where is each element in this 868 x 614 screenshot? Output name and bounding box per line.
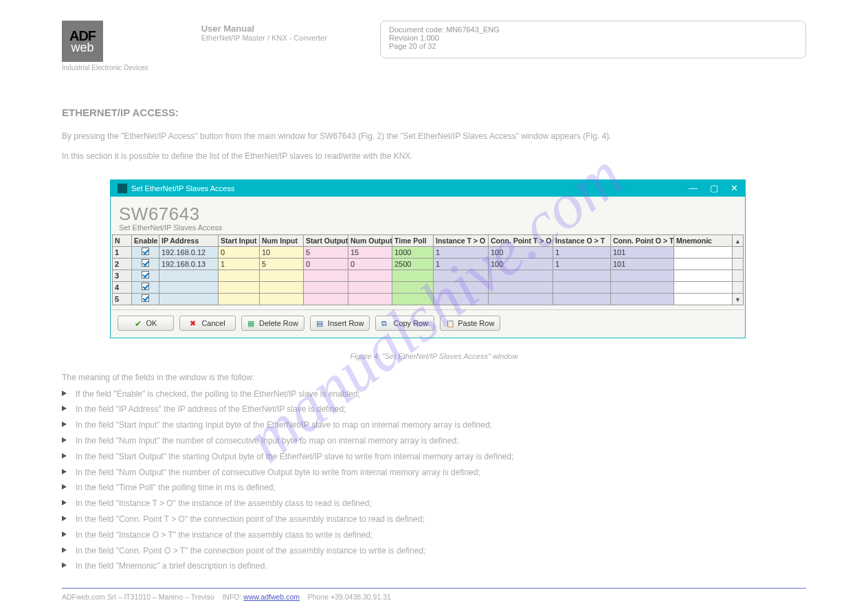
- cell-start-output[interactable]: [304, 293, 348, 305]
- scrollbar-up[interactable]: ▲: [733, 234, 744, 246]
- col-time-poll: Time Poll: [392, 234, 434, 246]
- cell-num-output[interactable]: 0: [348, 258, 392, 270]
- cell-enable[interactable]: [132, 246, 159, 258]
- cell-ip[interactable]: [159, 281, 219, 293]
- paste-row-button[interactable]: Paste Row: [440, 316, 500, 331]
- copy-row-button[interactable]: Copy Row: [375, 316, 434, 331]
- cell-time-poll[interactable]: [392, 281, 434, 293]
- table-row[interactable]: 4: [113, 281, 744, 293]
- paragraph-2: In this section it is possible to define…: [62, 151, 806, 162]
- maximize-button[interactable]: ▢: [710, 183, 718, 193]
- cell-conn-point-ot[interactable]: [611, 293, 674, 305]
- list-item: In the field "Instance O > T" the instan…: [62, 527, 806, 543]
- cell-conn-point-ot[interactable]: 101: [611, 258, 674, 270]
- dialog-window: Set EtherNet/IP Slaves Access — ▢ ✕ SW67…: [110, 179, 746, 338]
- cell-conn-point-to[interactable]: [489, 293, 553, 305]
- cell-instance-ot[interactable]: 1: [553, 246, 611, 258]
- cell-enable[interactable]: [132, 258, 159, 270]
- scrollbar-track[interactable]: [733, 281, 744, 293]
- cell-num-output[interactable]: [348, 281, 392, 293]
- cell-num-input[interactable]: [260, 270, 304, 281]
- cell-instance-ot[interactable]: 1: [553, 258, 611, 270]
- cell-instance-to[interactable]: [434, 281, 489, 293]
- ok-button[interactable]: OK: [118, 316, 174, 331]
- cell-num-output[interactable]: 15: [348, 246, 392, 258]
- cell-conn-point-to[interactable]: 100: [489, 258, 553, 270]
- table-row[interactable]: 2192.168.0.131500250011001101: [113, 258, 744, 270]
- cell-start-input[interactable]: 1: [219, 258, 260, 270]
- cell-start-output[interactable]: [304, 270, 348, 281]
- cell-time-poll[interactable]: [392, 293, 434, 305]
- cell-num-output[interactable]: [348, 270, 392, 281]
- close-button[interactable]: ✕: [731, 183, 738, 193]
- cell-instance-to[interactable]: [434, 270, 489, 281]
- cell-num-input[interactable]: [260, 281, 304, 293]
- cell-ip[interactable]: [159, 293, 219, 305]
- checkbox-checked-icon[interactable]: [142, 271, 149, 278]
- insert-row-button[interactable]: Insert Row: [310, 316, 370, 331]
- table-row[interactable]: 1192.168.0.12010515100011001101: [113, 246, 744, 258]
- cell-conn-point-to[interactable]: [489, 270, 553, 281]
- cell-conn-point-to[interactable]: 100: [489, 246, 553, 258]
- cell-start-input[interactable]: 0: [219, 246, 260, 258]
- meaning-intro: The meaning of the fields in the window …: [62, 373, 806, 382]
- cell-conn-point-ot[interactable]: [611, 281, 674, 293]
- cell-instance-ot[interactable]: [553, 270, 611, 281]
- cell-ip[interactable]: 192.168.0.12: [159, 246, 219, 258]
- cell-conn-point-ot[interactable]: 101: [611, 246, 674, 258]
- cell-time-poll[interactable]: 1000: [392, 246, 434, 258]
- cell-start-output[interactable]: 0: [304, 258, 348, 270]
- titlebar: Set EtherNet/IP Slaves Access — ▢ ✕: [111, 180, 745, 197]
- cell-num-input[interactable]: 5: [260, 258, 304, 270]
- cell-time-poll[interactable]: [392, 270, 434, 281]
- cell-start-input[interactable]: [219, 281, 260, 293]
- cell-conn-point-ot[interactable]: [611, 270, 674, 281]
- cell-enable[interactable]: [132, 293, 159, 305]
- list-item: In the field "Num Input" the number of c…: [62, 433, 806, 449]
- cell-mnemonic[interactable]: [674, 258, 733, 270]
- checkbox-checked-icon[interactable]: [142, 259, 149, 267]
- scrollbar-down[interactable]: ▼: [733, 293, 744, 305]
- checkbox-checked-icon[interactable]: [142, 248, 149, 255]
- cell-mnemonic[interactable]: [674, 293, 733, 305]
- cell-ip[interactable]: 192.168.0.13: [159, 258, 219, 270]
- section-title: ETHERNET/IP ACCESS:: [62, 107, 806, 118]
- col-num-output: Num Output: [348, 234, 392, 246]
- cell-start-output[interactable]: [304, 281, 348, 293]
- cell-ip[interactable]: [159, 270, 219, 281]
- delete-row-button[interactable]: Delete Row: [241, 316, 304, 331]
- cell-enable[interactable]: [132, 281, 159, 293]
- cell-conn-point-to[interactable]: [489, 281, 553, 293]
- checkbox-checked-icon[interactable]: [142, 294, 149, 302]
- cell-start-output[interactable]: 5: [304, 246, 348, 258]
- cell-instance-to[interactable]: [434, 293, 489, 305]
- cell-instance-to[interactable]: 1: [434, 258, 489, 270]
- doc-code: Document code: MN67643_ENG: [389, 25, 797, 34]
- table-row[interactable]: 5▼: [113, 293, 744, 305]
- list-item: In the field "Conn. Point O > T" the con…: [62, 543, 806, 559]
- scrollbar-track[interactable]: [733, 246, 744, 258]
- cell-mnemonic[interactable]: [674, 246, 733, 258]
- cell-num-output[interactable]: [348, 293, 392, 305]
- app-icon: [118, 184, 127, 193]
- col-enable: Enable: [132, 234, 159, 246]
- scrollbar-track[interactable]: [733, 270, 744, 281]
- cell-start-input[interactable]: [219, 293, 260, 305]
- scrollbar-track[interactable]: [733, 258, 744, 270]
- cell-instance-to[interactable]: 1: [434, 246, 489, 258]
- minimize-button[interactable]: —: [689, 183, 698, 193]
- cell-mnemonic[interactable]: [674, 270, 733, 281]
- footer-link[interactable]: www.adfweb.com: [243, 593, 300, 601]
- cell-instance-ot[interactable]: [553, 281, 611, 293]
- checkbox-checked-icon[interactable]: [142, 283, 149, 290]
- cell-enable[interactable]: [132, 270, 159, 281]
- cell-num-input[interactable]: [260, 293, 304, 305]
- cell-num-input[interactable]: 10: [260, 246, 304, 258]
- doc-rev: Revision 1.000: [389, 34, 797, 42]
- cancel-button[interactable]: Cancel: [179, 316, 236, 331]
- cell-time-poll[interactable]: 2500: [392, 258, 434, 270]
- table-row[interactable]: 3: [113, 270, 744, 281]
- cell-mnemonic[interactable]: [674, 281, 733, 293]
- cell-instance-ot[interactable]: [553, 293, 611, 305]
- cell-start-input[interactable]: [219, 270, 260, 281]
